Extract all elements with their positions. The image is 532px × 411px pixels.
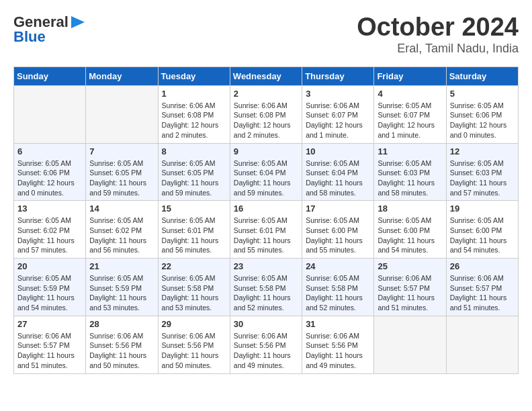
day-number: 21 bbox=[89, 261, 154, 271]
day-info: Sunrise: 6:05 AM Sunset: 6:03 PM Dayligh… bbox=[450, 158, 515, 198]
calendar-week-row: 1Sunrise: 6:06 AM Sunset: 6:08 PM Daylig… bbox=[14, 85, 519, 143]
calendar-cell: 1Sunrise: 6:06 AM Sunset: 6:08 PM Daylig… bbox=[158, 85, 230, 143]
calendar-cell: 25Sunrise: 6:06 AM Sunset: 5:57 PM Dayli… bbox=[374, 259, 446, 316]
column-header-tuesday: Tuesday bbox=[158, 66, 230, 85]
calendar-cell: 15Sunrise: 6:05 AM Sunset: 6:01 PM Dayli… bbox=[158, 201, 230, 259]
day-info: Sunrise: 6:05 AM Sunset: 5:58 PM Dayligh… bbox=[162, 273, 226, 313]
calendar-table: SundayMondayTuesdayWednesdayThursdayFrid… bbox=[13, 66, 519, 374]
day-info: Sunrise: 6:05 AM Sunset: 6:00 PM Dayligh… bbox=[306, 216, 370, 255]
calendar-cell: 30Sunrise: 6:06 AM Sunset: 5:56 PM Dayli… bbox=[230, 316, 302, 373]
logo-arrow-icon bbox=[71, 16, 85, 28]
page-subtitle: Eral, Tamil Nadu, India bbox=[357, 42, 519, 56]
day-number: 26 bbox=[450, 261, 515, 271]
calendar-week-row: 6Sunrise: 6:05 AM Sunset: 6:06 PM Daylig… bbox=[14, 143, 519, 201]
day-number: 22 bbox=[162, 261, 226, 271]
day-info: Sunrise: 6:06 AM Sunset: 5:57 PM Dayligh… bbox=[378, 273, 442, 313]
calendar-cell: 13Sunrise: 6:05 AM Sunset: 6:02 PM Dayli… bbox=[14, 201, 86, 259]
calendar-cell: 26Sunrise: 6:06 AM Sunset: 5:57 PM Dayli… bbox=[446, 259, 518, 316]
day-info: Sunrise: 6:05 AM Sunset: 6:01 PM Dayligh… bbox=[162, 216, 226, 255]
day-info: Sunrise: 6:05 AM Sunset: 6:05 PM Dayligh… bbox=[162, 158, 226, 198]
day-number: 31 bbox=[306, 319, 370, 329]
day-number: 12 bbox=[450, 146, 515, 156]
day-number: 25 bbox=[378, 261, 442, 271]
calendar-cell: 2Sunrise: 6:06 AM Sunset: 6:08 PM Daylig… bbox=[230, 85, 302, 143]
day-number: 3 bbox=[306, 89, 370, 99]
calendar-cell: 27Sunrise: 6:06 AM Sunset: 5:57 PM Dayli… bbox=[14, 316, 86, 373]
day-number: 27 bbox=[17, 319, 82, 329]
day-number: 28 bbox=[89, 319, 154, 329]
day-number: 18 bbox=[378, 203, 442, 214]
day-number: 15 bbox=[162, 203, 226, 214]
day-info: Sunrise: 6:05 AM Sunset: 6:07 PM Dayligh… bbox=[378, 101, 442, 140]
day-info: Sunrise: 6:06 AM Sunset: 5:56 PM Dayligh… bbox=[234, 331, 298, 371]
day-info: Sunrise: 6:05 AM Sunset: 5:58 PM Dayligh… bbox=[234, 273, 298, 313]
calendar-cell: 31Sunrise: 6:06 AM Sunset: 5:56 PM Dayli… bbox=[302, 316, 374, 373]
day-number: 23 bbox=[234, 261, 298, 271]
day-number: 9 bbox=[234, 146, 298, 156]
page-title: October 2024 bbox=[357, 13, 519, 42]
calendar-cell: 8Sunrise: 6:05 AM Sunset: 6:05 PM Daylig… bbox=[158, 143, 230, 201]
calendar-cell: 5Sunrise: 6:05 AM Sunset: 6:06 PM Daylig… bbox=[446, 85, 518, 143]
day-number: 10 bbox=[306, 146, 370, 156]
day-number: 30 bbox=[234, 319, 298, 329]
day-number: 11 bbox=[378, 146, 442, 156]
day-info: Sunrise: 6:06 AM Sunset: 6:08 PM Dayligh… bbox=[162, 101, 226, 140]
calendar-week-row: 13Sunrise: 6:05 AM Sunset: 6:02 PM Dayli… bbox=[14, 201, 519, 259]
day-info: Sunrise: 6:06 AM Sunset: 6:07 PM Dayligh… bbox=[306, 101, 370, 140]
calendar-cell: 18Sunrise: 6:05 AM Sunset: 6:00 PM Dayli… bbox=[374, 201, 446, 259]
day-info: Sunrise: 6:05 AM Sunset: 6:04 PM Dayligh… bbox=[306, 158, 370, 198]
day-number: 5 bbox=[450, 89, 515, 99]
calendar-cell: 11Sunrise: 6:05 AM Sunset: 6:03 PM Dayli… bbox=[374, 143, 446, 201]
day-info: Sunrise: 6:05 AM Sunset: 5:59 PM Dayligh… bbox=[17, 273, 82, 313]
day-info: Sunrise: 6:05 AM Sunset: 6:04 PM Dayligh… bbox=[234, 158, 298, 198]
day-number: 4 bbox=[378, 89, 442, 99]
day-number: 13 bbox=[17, 203, 82, 214]
day-info: Sunrise: 6:05 AM Sunset: 6:00 PM Dayligh… bbox=[378, 216, 442, 255]
calendar-cell: 20Sunrise: 6:05 AM Sunset: 5:59 PM Dayli… bbox=[14, 259, 86, 316]
day-number: 29 bbox=[162, 319, 226, 329]
calendar-cell: 7Sunrise: 6:05 AM Sunset: 6:05 PM Daylig… bbox=[86, 143, 158, 201]
calendar-cell: 22Sunrise: 6:05 AM Sunset: 5:58 PM Dayli… bbox=[158, 259, 230, 316]
calendar-cell bbox=[374, 316, 446, 373]
calendar-cell: 29Sunrise: 6:06 AM Sunset: 5:56 PM Dayli… bbox=[158, 316, 230, 373]
day-info: Sunrise: 6:05 AM Sunset: 6:02 PM Dayligh… bbox=[17, 216, 82, 255]
title-area: October 2024 Eral, Tamil Nadu, India bbox=[357, 13, 519, 56]
day-info: Sunrise: 6:06 AM Sunset: 5:56 PM Dayligh… bbox=[162, 331, 226, 371]
calendar-cell: 24Sunrise: 6:05 AM Sunset: 5:58 PM Dayli… bbox=[302, 259, 374, 316]
calendar-cell: 19Sunrise: 6:05 AM Sunset: 6:00 PM Dayli… bbox=[446, 201, 518, 259]
calendar-cell: 6Sunrise: 6:05 AM Sunset: 6:06 PM Daylig… bbox=[14, 143, 86, 201]
day-info: Sunrise: 6:05 AM Sunset: 5:58 PM Dayligh… bbox=[306, 273, 370, 313]
calendar-cell: 9Sunrise: 6:05 AM Sunset: 6:04 PM Daylig… bbox=[230, 143, 302, 201]
day-number: 16 bbox=[234, 203, 298, 214]
column-header-friday: Friday bbox=[374, 66, 446, 85]
day-number: 1 bbox=[162, 89, 226, 99]
day-number: 20 bbox=[17, 261, 82, 271]
day-info: Sunrise: 6:06 AM Sunset: 5:56 PM Dayligh… bbox=[306, 331, 370, 371]
day-number: 24 bbox=[306, 261, 370, 271]
day-number: 19 bbox=[450, 203, 515, 214]
column-header-wednesday: Wednesday bbox=[230, 66, 302, 85]
calendar-cell: 14Sunrise: 6:05 AM Sunset: 6:02 PM Dayli… bbox=[86, 201, 158, 259]
day-info: Sunrise: 6:05 AM Sunset: 6:02 PM Dayligh… bbox=[89, 216, 154, 255]
column-header-monday: Monday bbox=[86, 66, 158, 85]
calendar-cell bbox=[86, 85, 158, 143]
day-info: Sunrise: 6:06 AM Sunset: 5:56 PM Dayligh… bbox=[89, 331, 154, 371]
logo-blue: Blue bbox=[13, 28, 46, 46]
logo: General Blue bbox=[13, 13, 85, 46]
page-header: General Blue October 2024 Eral, Tamil Na… bbox=[13, 13, 519, 56]
day-info: Sunrise: 6:05 AM Sunset: 6:01 PM Dayligh… bbox=[234, 216, 298, 255]
day-number: 7 bbox=[89, 146, 154, 156]
day-info: Sunrise: 6:05 AM Sunset: 6:06 PM Dayligh… bbox=[17, 158, 82, 198]
column-header-thursday: Thursday bbox=[302, 66, 374, 85]
calendar-header-row: SundayMondayTuesdayWednesdayThursdayFrid… bbox=[14, 66, 519, 85]
calendar-cell: 21Sunrise: 6:05 AM Sunset: 5:59 PM Dayli… bbox=[86, 259, 158, 316]
column-header-saturday: Saturday bbox=[446, 66, 518, 85]
day-info: Sunrise: 6:05 AM Sunset: 6:06 PM Dayligh… bbox=[450, 101, 515, 140]
day-number: 2 bbox=[234, 89, 298, 99]
day-number: 6 bbox=[17, 146, 82, 156]
day-info: Sunrise: 6:06 AM Sunset: 5:57 PM Dayligh… bbox=[450, 273, 515, 313]
calendar-cell bbox=[14, 85, 86, 143]
day-info: Sunrise: 6:05 AM Sunset: 6:03 PM Dayligh… bbox=[378, 158, 442, 198]
day-info: Sunrise: 6:05 AM Sunset: 6:05 PM Dayligh… bbox=[89, 158, 154, 198]
calendar-cell: 16Sunrise: 6:05 AM Sunset: 6:01 PM Dayli… bbox=[230, 201, 302, 259]
